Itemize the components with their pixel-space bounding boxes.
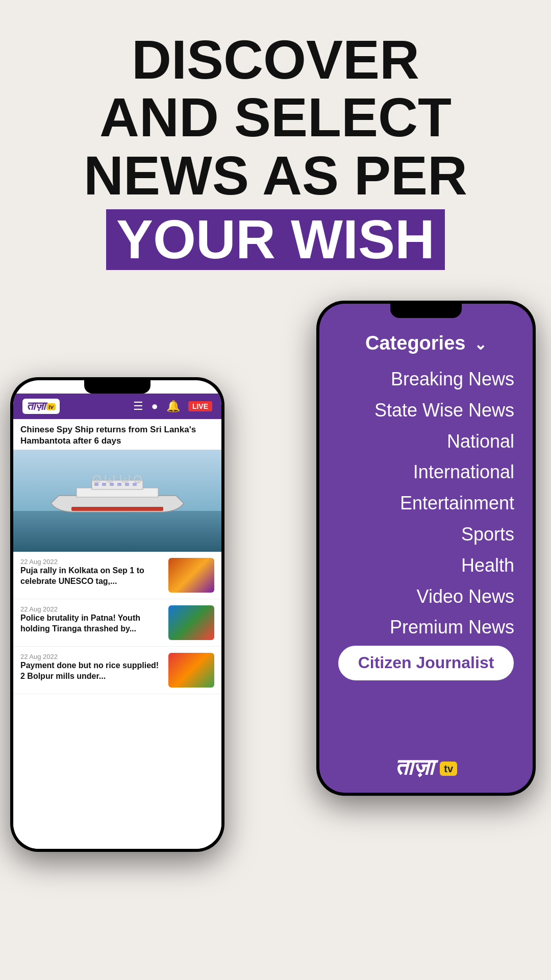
- svg-rect-13: [110, 483, 114, 486]
- hero-line3: NEWS AS PER: [31, 146, 520, 204]
- tv-badge: tv: [440, 762, 457, 776]
- news-item-2-date: 22 Aug 2022: [20, 605, 162, 613]
- news-item-1-text: 22 Aug 2022 Puja rally in Kolkata on Sep…: [20, 558, 162, 587]
- news-item-2[interactable]: 22 Aug 2022 Police brutality in Patna! Y…: [13, 599, 221, 647]
- news-item-2-text: 22 Aug 2022 Police brutality in Patna! Y…: [20, 605, 162, 634]
- hero-line1: DISCOVER: [31, 31, 520, 88]
- header-icons: ☰ ● 🔔 LIVE: [133, 400, 212, 413]
- hero-section: DISCOVER AND SELECT NEWS AS PER YOUR WIS…: [0, 0, 551, 285]
- bell-icon[interactable]: 🔔: [166, 400, 180, 413]
- left-phone-notch: [84, 380, 151, 394]
- news-thumb-2: [168, 605, 214, 640]
- phones-section: Categories ⌄ Breaking News State Wise Ne…: [0, 301, 551, 862]
- app-logo: ताज़ाtv: [22, 399, 60, 414]
- category-item-international[interactable]: International: [413, 457, 514, 487]
- menu-icon[interactable]: ☰: [133, 400, 143, 413]
- news-item-3[interactable]: 22 Aug 2022 Payment done but no rice sup…: [13, 647, 221, 694]
- left-phone: ताज़ाtv ☰ ● 🔔 LIVE Chinese Spy Ship retu…: [10, 377, 224, 852]
- svg-rect-11: [94, 483, 98, 486]
- right-phone: Categories ⌄ Breaking News State Wise Ne…: [316, 301, 536, 796]
- category-item-entertainment[interactable]: Entertainment: [400, 488, 514, 519]
- news-item-1[interactable]: 22 Aug 2022 Puja rally in Kolkata on Sep…: [13, 552, 221, 599]
- svg-rect-14: [117, 483, 121, 486]
- hero-line2: AND SELECT: [31, 88, 520, 146]
- news-item-2-title: Police brutality in Patna! Youth holding…: [20, 613, 162, 634]
- logo-text: ताज़ा tv: [395, 754, 457, 779]
- category-item-citizen[interactable]: Citizen Journalist: [338, 646, 514, 680]
- hero-highlight: YOUR WISH: [106, 209, 445, 270]
- location-icon[interactable]: ●: [152, 400, 158, 413]
- app-header: ताज़ाtv ☰ ● 🔔 LIVE: [13, 394, 221, 419]
- news-thumb-1: [168, 558, 214, 593]
- categories-list: Breaking News State Wise News National I…: [319, 360, 533, 746]
- category-item-premium[interactable]: Premium News: [390, 612, 514, 643]
- left-phone-screen: ताज़ाtv ☰ ● 🔔 LIVE Chinese Spy Ship retu…: [13, 380, 221, 849]
- svg-rect-16: [133, 483, 137, 486]
- news-item-1-date: 22 Aug 2022: [20, 558, 162, 566]
- categories-header: Categories ⌄: [319, 318, 533, 360]
- news-thumb-3: [168, 653, 214, 688]
- category-item-state[interactable]: State Wise News: [374, 396, 514, 426]
- right-phone-screen: Categories ⌄ Breaking News State Wise Ne…: [319, 304, 533, 793]
- svg-rect-10: [71, 507, 163, 511]
- right-phone-logo: ताज़ा tv: [319, 746, 533, 793]
- chevron-down-icon[interactable]: ⌄: [474, 335, 487, 353]
- main-headline: Chinese Spy Ship returns from Sri Lanka'…: [13, 419, 221, 450]
- category-item-national[interactable]: National: [447, 427, 514, 457]
- news-item-3-title: Payment done but no rice supplied! 2 Bol…: [20, 660, 162, 682]
- ocean-bg: [13, 511, 221, 552]
- category-item-video[interactable]: Video News: [417, 582, 514, 612]
- live-badge: LIVE: [188, 401, 212, 411]
- ship-icon: [46, 475, 189, 516]
- tv-badge-left: tv: [46, 403, 56, 410]
- category-item-sports[interactable]: Sports: [461, 520, 514, 550]
- main-news-image: [13, 450, 221, 552]
- svg-rect-15: [125, 483, 129, 486]
- category-item-breaking[interactable]: Breaking News: [391, 364, 514, 395]
- news-item-3-text: 22 Aug 2022 Payment done but no rice sup…: [20, 653, 162, 682]
- news-item-1-title: Puja rally in Kolkata on Sep 1 to celebr…: [20, 566, 162, 587]
- right-phone-notch: [390, 304, 462, 318]
- news-item-3-date: 22 Aug 2022: [20, 653, 162, 660]
- news-list: 22 Aug 2022 Puja rally in Kolkata on Sep…: [13, 552, 221, 849]
- svg-rect-12: [102, 483, 106, 486]
- category-item-health[interactable]: Health: [461, 551, 514, 581]
- categories-label: Categories: [365, 332, 465, 354]
